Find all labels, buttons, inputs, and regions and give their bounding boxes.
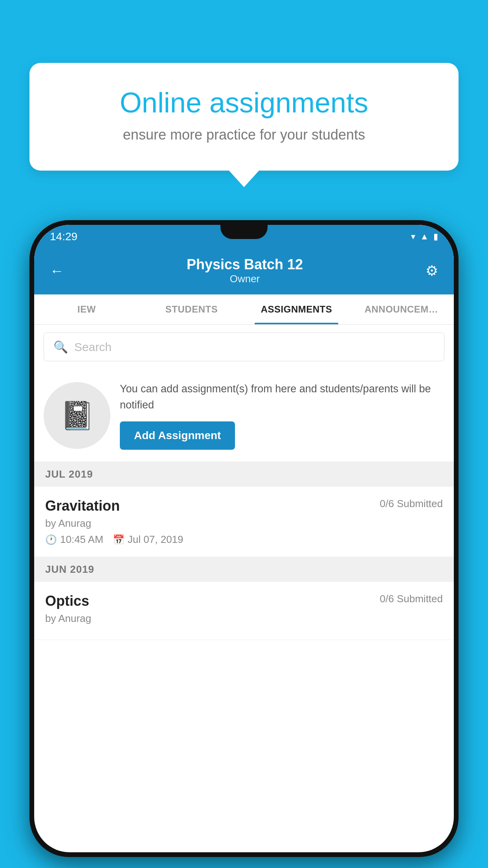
tab-iew[interactable]: IEW (34, 294, 139, 324)
wifi-icon: ▾ (411, 232, 415, 242)
promo-section: 📓 You can add assignment(s) from here an… (34, 369, 454, 462)
add-assignment-button[interactable]: Add Assignment (120, 421, 235, 450)
speech-bubble: Online assignments ensure more practice … (29, 63, 459, 171)
assignment-submitted-count: 0/6 Submitted (380, 498, 443, 510)
clock-icon: 🕐 (45, 534, 57, 545)
list-item[interactable]: Gravitation 0/6 Submitted by Anurag 🕐 10… (34, 487, 454, 557)
tab-assignments[interactable]: ASSIGNMENTS (244, 294, 349, 324)
header-title: Physics Batch 12 (187, 256, 303, 273)
header-title-block: Physics Batch 12 Owner (187, 256, 303, 285)
search-bar[interactable]: 🔍 Search (44, 333, 444, 361)
assignment-time-value: 10:45 AM (60, 533, 103, 546)
notebook-icon: 📓 (60, 399, 94, 432)
section-header-jun: JUN 2019 (34, 557, 454, 582)
assignment-title-2: Optics (45, 593, 89, 609)
assignment-row-top: Gravitation 0/6 Submitted (45, 498, 443, 514)
phone-inner: 14:29 ▾ ▲ ▮ ← Physics Batch 12 Owner ⚙ I… (34, 225, 454, 852)
back-button[interactable]: ← (50, 263, 64, 279)
calendar-icon: 📅 (113, 534, 125, 545)
search-section: 🔍 Search (34, 325, 454, 369)
speech-bubble-title: Online assignments (57, 86, 431, 119)
status-bar: 14:29 ▾ ▲ ▮ (34, 225, 454, 248)
signal-icon: ▲ (420, 232, 429, 242)
assignment-date: 📅 Jul 07, 2019 (113, 533, 183, 546)
tab-announcements[interactable]: ANNOUNCEM… (349, 294, 454, 324)
settings-button[interactable]: ⚙ (426, 263, 438, 279)
promo-text: You can add assignment(s) from here and … (120, 381, 444, 413)
promo-content: You can add assignment(s) from here and … (120, 381, 444, 450)
header-subtitle: Owner (187, 273, 303, 285)
assignment-time: 🕐 10:45 AM (45, 533, 103, 546)
assignment-by: by Anurag (45, 517, 443, 530)
assignment-by-2: by Anurag (45, 612, 443, 625)
assignment-title: Gravitation (45, 498, 120, 514)
assignment-row-top-2: Optics 0/6 Submitted (45, 593, 443, 609)
status-time: 14:29 (50, 230, 77, 243)
tabs-bar: IEW STUDENTS ASSIGNMENTS ANNOUNCEM… (34, 294, 454, 325)
notch (220, 225, 268, 239)
list-item[interactable]: Optics 0/6 Submitted by Anurag (34, 582, 454, 640)
status-icons: ▾ ▲ ▮ (411, 232, 438, 242)
speech-bubble-subtitle: ensure more practice for your students (57, 127, 431, 143)
battery-icon: ▮ (433, 232, 438, 242)
tab-students[interactable]: STUDENTS (139, 294, 244, 324)
app-header: ← Physics Batch 12 Owner ⚙ (34, 248, 454, 294)
assignment-meta: 🕐 10:45 AM 📅 Jul 07, 2019 (45, 533, 443, 546)
search-input[interactable]: Search (74, 340, 112, 354)
assignment-submitted-count-2: 0/6 Submitted (380, 593, 443, 605)
assignment-icon-circle: 📓 (44, 382, 110, 449)
phone-frame: 14:29 ▾ ▲ ▮ ← Physics Batch 12 Owner ⚙ I… (29, 220, 459, 857)
search-icon: 🔍 (53, 340, 68, 354)
assignment-date-value: Jul 07, 2019 (128, 533, 183, 546)
section-header-jul: JUL 2019 (34, 462, 454, 487)
